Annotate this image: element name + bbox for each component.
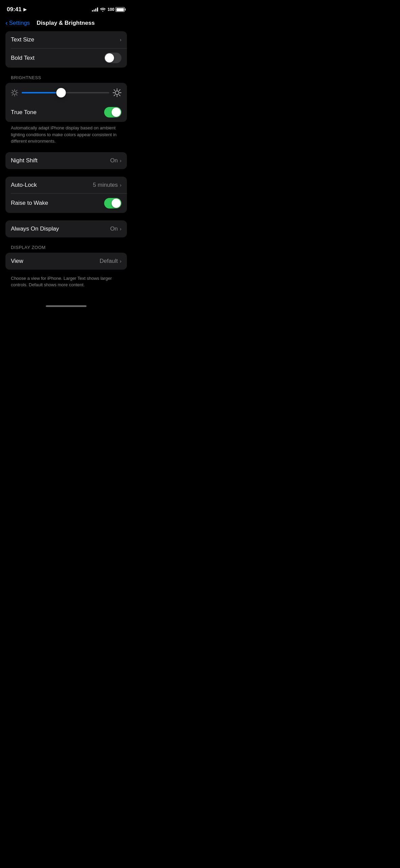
bold-text-row[interactable]: Bold Text (5, 48, 127, 68)
wifi-icon (100, 7, 106, 12)
auto-lock-chevron-icon: › (120, 182, 121, 188)
aod-chevron-icon: › (120, 226, 121, 232)
view-right: Default › (99, 258, 121, 265)
raise-to-wake-thumb (112, 199, 121, 208)
back-button[interactable]: ‹ Settings (5, 20, 30, 26)
brightness-track[interactable] (22, 92, 109, 93)
night-shift-value: On (110, 157, 118, 164)
battery-container: 100 (108, 7, 126, 12)
true-tone-label: True Tone (11, 109, 37, 116)
back-label: Settings (9, 20, 30, 26)
home-bar (46, 305, 87, 307)
true-tone-toggle-thumb (112, 108, 121, 117)
chevron-right-icon: › (120, 37, 121, 42)
auto-lock-right: 5 minutes › (93, 182, 121, 188)
svg-line-5 (12, 90, 13, 91)
svg-point-9 (115, 91, 119, 95)
battery-icon (115, 7, 126, 12)
svg-point-0 (13, 91, 16, 94)
svg-line-8 (12, 94, 13, 95)
brightness-group: True Tone (5, 83, 127, 122)
bold-text-label: Bold Text (11, 55, 35, 61)
text-size-row[interactable]: Text Size › (5, 31, 127, 48)
view-chevron-icon: › (120, 258, 121, 264)
status-time: 09:41 ▶ (7, 6, 26, 13)
raise-to-wake-toggle[interactable] (104, 198, 121, 209)
raise-to-wake-row[interactable]: Raise to Wake (5, 194, 127, 213)
status-bar: 09:41 ▶ 100 (0, 0, 132, 17)
lock-group-container: Auto-Lock 5 minutes › Raise to Wake (5, 177, 127, 213)
true-tone-row[interactable]: True Tone (5, 103, 127, 122)
text-size-right: › (120, 37, 121, 42)
night-shift-row[interactable]: Night Shift On › (5, 152, 127, 169)
night-shift-chevron-icon: › (120, 158, 121, 163)
display-zoom-section-label: DISPLAY ZOOM (5, 245, 127, 253)
night-shift-group: Night Shift On › (5, 152, 127, 169)
always-on-display-row[interactable]: Always On Display On › (5, 220, 127, 237)
aod-value: On (110, 225, 118, 232)
battery-label: 100 (108, 7, 114, 12)
true-tone-toggle[interactable] (104, 107, 121, 117)
view-group: View Default › (5, 253, 127, 270)
lock-group: Auto-Lock 5 minutes › Raise to Wake (5, 177, 127, 213)
aod-right: On › (110, 225, 121, 232)
toggle-thumb (105, 53, 114, 62)
brightness-high-icon (113, 88, 121, 97)
back-chevron-icon: ‹ (5, 19, 8, 26)
home-indicator (0, 299, 132, 310)
text-group: Text Size › Bold Text (5, 31, 127, 68)
svg-line-7 (16, 90, 17, 91)
display-zoom-description: Choose a view for iPhone. Larger Text sh… (5, 272, 127, 288)
aod-group-container: Always On Display On › (5, 220, 127, 237)
brightness-section-label: BRIGHTNESS (5, 75, 127, 83)
aod-group: Always On Display On › (5, 220, 127, 237)
svg-line-17 (114, 95, 115, 96)
view-label: View (11, 258, 23, 265)
content-area: Text Size › Bold Text BRIGHTNESS (0, 31, 132, 288)
status-icons: 100 (92, 7, 126, 12)
view-row[interactable]: View Default › (5, 253, 127, 270)
auto-lock-label: Auto-Lock (11, 182, 37, 188)
signal-icon (92, 7, 98, 12)
brightness-slider-row[interactable] (5, 83, 127, 103)
text-size-label: Text Size (11, 36, 34, 43)
true-tone-description: Automatically adapt iPhone display based… (5, 122, 127, 145)
auto-lock-row[interactable]: Auto-Lock 5 minutes › (5, 177, 127, 194)
brightness-low-icon (11, 89, 18, 96)
auto-lock-value: 5 minutes (93, 182, 118, 188)
nav-header: ‹ Settings Display & Brightness (0, 17, 132, 31)
time-label: 09:41 (7, 6, 21, 13)
raise-to-wake-label: Raise to Wake (11, 200, 48, 206)
svg-line-6 (16, 94, 17, 95)
bold-text-toggle[interactable] (104, 53, 121, 63)
location-arrow-icon: ▶ (23, 7, 26, 12)
always-on-display-label: Always On Display (11, 225, 59, 232)
night-shift-right: On › (110, 157, 121, 164)
page-title: Display & Brightness (37, 20, 95, 26)
svg-line-15 (119, 95, 120, 96)
night-shift-label: Night Shift (11, 157, 37, 164)
svg-line-14 (114, 90, 115, 91)
svg-line-16 (119, 90, 120, 91)
view-value: Default (99, 258, 118, 265)
brightness-thumb[interactable] (56, 88, 66, 97)
brightness-fill (22, 92, 61, 93)
